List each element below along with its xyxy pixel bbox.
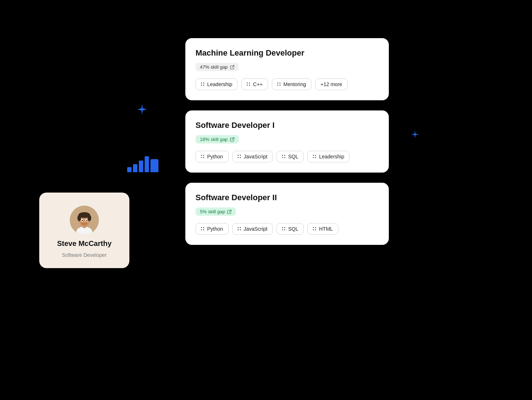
job-title-sd1: Software Developer I xyxy=(196,121,379,130)
drag-icon xyxy=(201,227,205,231)
bar-1 xyxy=(127,167,132,172)
skills-row-sd1: Python JavaScript SQL Leadership xyxy=(196,151,379,162)
skill-label: Leadership xyxy=(319,154,344,159)
skill-label: Leadership xyxy=(207,81,232,87)
job-card-ml-developer: Machine Learning Developer 47% skill gap… xyxy=(185,38,389,100)
skill-gap-badge-ml[interactable]: 47% skill gap xyxy=(196,63,239,71)
sparkle-right-icon xyxy=(411,130,419,139)
bar-chart xyxy=(127,156,158,172)
avatar xyxy=(70,206,99,235)
scene: Steve McCarthy Software Developer Machin… xyxy=(0,0,532,400)
skill-gap-text-sd1: 18% skill gap xyxy=(200,137,228,142)
svg-point-10 xyxy=(86,220,88,221)
skill-gap-text-sd2: 5% skill gap xyxy=(200,209,225,214)
skill-label: Python xyxy=(207,154,223,159)
more-label: +12 more xyxy=(321,81,342,87)
skills-row-ml: Leadership C++ Mentoring +12 more xyxy=(196,78,379,90)
drag-icon xyxy=(282,227,286,231)
drag-icon xyxy=(247,82,250,86)
svg-line-12 xyxy=(232,65,234,68)
drag-icon xyxy=(201,82,205,86)
svg-point-6 xyxy=(88,215,91,221)
skill-tag-mentoring[interactable]: Mentoring xyxy=(272,78,311,90)
drag-icon xyxy=(238,155,241,158)
sparkle-left-icon xyxy=(136,104,148,115)
skill-gap-badge-sd1[interactable]: 18% skill gap xyxy=(196,135,239,144)
svg-line-14 xyxy=(229,210,231,212)
skill-gap-badge-sd2[interactable]: 5% skill gap xyxy=(196,207,236,216)
drag-icon xyxy=(313,227,317,231)
bar-3 xyxy=(139,161,143,172)
skill-label: SQL xyxy=(288,154,298,159)
skill-tag-python-sd2[interactable]: Python xyxy=(196,223,229,235)
skill-label: JavaScript xyxy=(244,226,267,232)
skill-tag-js-sd1[interactable]: JavaScript xyxy=(232,151,273,162)
bar-5 xyxy=(150,159,158,172)
bar-2 xyxy=(133,164,137,172)
profile-title: Software Developer xyxy=(62,252,107,258)
profile-name: Steve McCarthy xyxy=(57,239,112,248)
drag-icon xyxy=(313,155,317,158)
drag-icon xyxy=(277,82,281,86)
job-card-software-dev-2: Software Developer II 5% skill gap Pytho… xyxy=(185,183,389,245)
svg-point-5 xyxy=(77,215,81,221)
drag-icon xyxy=(238,227,241,231)
external-link-icon xyxy=(230,137,234,142)
skill-label: HTML xyxy=(319,226,333,232)
bar-4 xyxy=(145,156,149,172)
external-link-icon xyxy=(230,65,234,69)
skill-label: JavaScript xyxy=(244,154,267,159)
skill-tag-python-sd1[interactable]: Python xyxy=(196,151,229,162)
skill-tag-leadership-ml[interactable]: Leadership xyxy=(196,78,238,90)
skill-label: Mentoring xyxy=(283,81,306,87)
svg-point-11 xyxy=(81,222,88,226)
skill-tag-sql-sd2[interactable]: SQL xyxy=(277,223,304,235)
skill-tag-leadership-sd1[interactable]: Leadership xyxy=(307,151,350,162)
drag-icon xyxy=(282,155,286,158)
job-title-sd2: Software Developer II xyxy=(196,193,379,202)
external-link-icon xyxy=(227,210,231,214)
skill-tag-sql-sd1[interactable]: SQL xyxy=(277,151,304,162)
drag-icon xyxy=(201,155,205,158)
skills-row-sd2: Python JavaScript SQL HTML xyxy=(196,223,379,235)
svg-point-9 xyxy=(82,220,83,221)
profile-card: Steve McCarthy Software Developer xyxy=(39,193,129,268)
job-card-software-dev-1: Software Developer I 18% skill gap Pytho… xyxy=(185,110,389,173)
skill-gap-text-ml: 47% skill gap xyxy=(200,64,228,70)
skill-tag-html-sd2[interactable]: HTML xyxy=(307,223,338,235)
svg-line-13 xyxy=(232,138,234,140)
skill-label: Python xyxy=(207,226,223,232)
skill-tag-cpp[interactable]: C++ xyxy=(241,78,268,90)
skill-tag-js-sd2[interactable]: JavaScript xyxy=(232,223,273,235)
skill-label: SQL xyxy=(288,226,298,232)
job-title-ml: Machine Learning Developer xyxy=(196,48,379,58)
skill-label: C++ xyxy=(253,81,262,87)
more-skills-badge-ml[interactable]: +12 more xyxy=(315,78,348,90)
cards-area: Machine Learning Developer 47% skill gap… xyxy=(185,38,389,245)
